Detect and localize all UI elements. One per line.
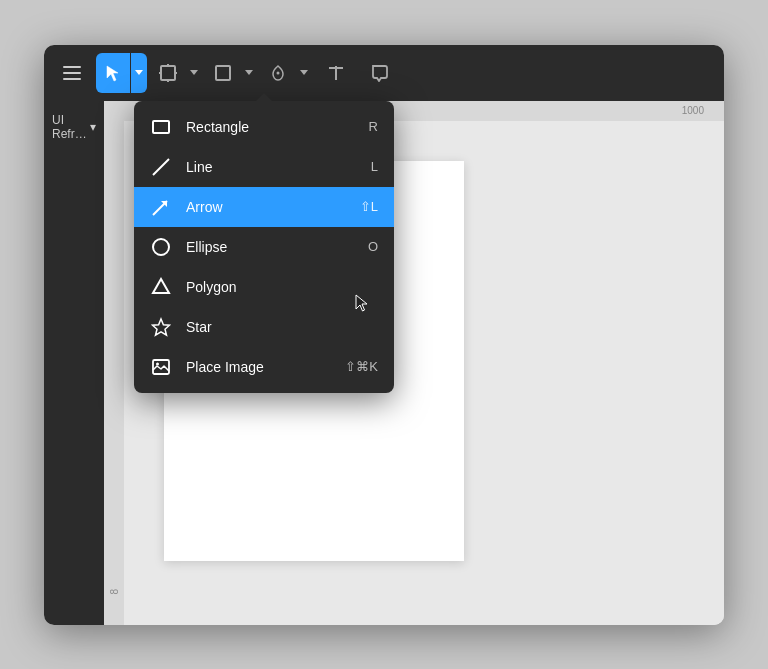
place-image-icon	[150, 356, 172, 378]
svg-marker-16	[153, 279, 169, 293]
star-icon	[150, 316, 172, 338]
svg-point-9	[277, 71, 280, 74]
menu-item-line[interactable]: Line L	[134, 147, 394, 187]
svg-rect-3	[161, 66, 175, 80]
rectangle-icon	[150, 116, 172, 138]
rectangle-shortcut: R	[369, 119, 378, 134]
svg-rect-8	[216, 66, 230, 80]
svg-rect-2	[63, 78, 81, 80]
arrow-shortcut: ⇧L	[360, 199, 378, 214]
place-image-label: Place Image	[186, 359, 331, 375]
line-label: Line	[186, 159, 357, 175]
svg-marker-17	[153, 319, 170, 335]
ellipse-shortcut: O	[368, 239, 378, 254]
svg-rect-12	[153, 121, 169, 133]
arrow-icon	[150, 196, 172, 218]
polygon-label: Polygon	[186, 279, 364, 295]
ruler-left: 8	[104, 101, 124, 625]
svg-rect-0	[63, 66, 81, 68]
comment-tool-button[interactable]	[360, 53, 400, 93]
text-tool-button[interactable]	[316, 53, 356, 93]
ruler-left-number: 8	[109, 589, 120, 595]
shape-tool-group[interactable]	[206, 53, 257, 93]
polygon-icon	[150, 276, 172, 298]
svg-line-13	[153, 159, 169, 175]
pen-tool-group[interactable]	[261, 53, 312, 93]
select-tool-group[interactable]	[96, 53, 147, 93]
sidebar: UI Refr… ▾	[44, 101, 104, 625]
menu-item-polygon[interactable]: Polygon	[134, 267, 394, 307]
menu-item-arrow[interactable]: Arrow ⇧L	[134, 187, 394, 227]
shape-dropdown-menu: Rectangle R Line L	[134, 101, 394, 393]
project-label: UI Refr…	[52, 113, 88, 141]
menu-item-star[interactable]: Star	[134, 307, 394, 347]
menu-button[interactable]	[52, 53, 92, 93]
project-chevron: ▾	[90, 120, 96, 134]
ruler-number: 1000	[682, 105, 704, 116]
ellipse-label: Ellipse	[186, 239, 354, 255]
place-image-shortcut: ⇧⌘K	[345, 359, 378, 374]
frame-tool-group[interactable]	[151, 53, 202, 93]
frame-tool-dropdown-btn[interactable]	[186, 53, 202, 93]
svg-point-19	[156, 362, 159, 365]
project-dropdown[interactable]: UI Refr… ▾	[48, 109, 100, 145]
rectangle-label: Rectangle	[186, 119, 355, 135]
select-tool-button[interactable]	[96, 53, 130, 93]
shape-tool-button[interactable]	[206, 53, 240, 93]
ellipse-icon	[150, 236, 172, 258]
line-shortcut: L	[371, 159, 378, 174]
line-icon	[150, 156, 172, 178]
arrow-label: Arrow	[186, 199, 346, 215]
star-label: Star	[186, 319, 364, 335]
frame-tool-button[interactable]	[151, 53, 185, 93]
svg-point-15	[153, 239, 169, 255]
menu-item-place-image[interactable]: Place Image ⇧⌘K	[134, 347, 394, 387]
toolbar	[44, 45, 724, 101]
dropdown-overlay: Rectangle R Line L	[134, 101, 394, 393]
menu-item-ellipse[interactable]: Ellipse O	[134, 227, 394, 267]
svg-rect-1	[63, 72, 81, 74]
menu-item-rectangle[interactable]: Rectangle R	[134, 107, 394, 147]
shape-tool-dropdown-btn[interactable]	[241, 53, 257, 93]
pen-tool-button[interactable]	[261, 53, 295, 93]
app-window: UI Refr… ▾ 1000 8 Rect	[44, 45, 724, 625]
pen-tool-dropdown-btn[interactable]	[296, 53, 312, 93]
select-tool-dropdown-btn[interactable]	[131, 53, 147, 93]
